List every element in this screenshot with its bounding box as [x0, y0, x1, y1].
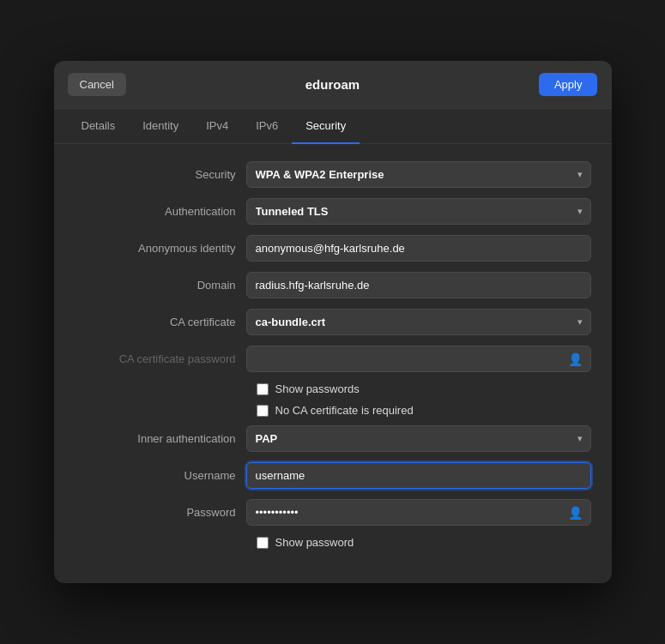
tab-ipv6[interactable]: IPv6: [242, 109, 292, 144]
inner-auth-select-wrapper: PAP ▾: [246, 425, 591, 452]
inner-auth-row: Inner authentication PAP ▾: [75, 425, 591, 452]
password-control: 👤: [246, 499, 591, 526]
show-passwords-label[interactable]: Show passwords: [275, 382, 360, 395]
password-person-icon: 👤: [568, 506, 583, 520]
no-ca-cert-label[interactable]: No CA certificate is required: [275, 404, 414, 417]
ca-cert-password-label: CA certificate password: [75, 352, 246, 365]
show-password-row: Show password: [257, 536, 591, 549]
username-label: Username: [75, 469, 246, 482]
security-select[interactable]: WPA & WPA2 Enterprise: [246, 161, 591, 188]
domain-label: Domain: [75, 279, 246, 292]
security-control: WPA & WPA2 Enterprise ▾: [246, 161, 591, 188]
security-select-wrapper: WPA & WPA2 Enterprise ▾: [246, 161, 591, 188]
tab-ipv4[interactable]: IPv4: [192, 109, 242, 144]
authentication-row: Authentication Tunneled TLS ▾: [75, 198, 591, 225]
password-row: Password 👤: [75, 499, 591, 526]
tab-bar: Details Identity IPv4 IPv6 Security: [54, 109, 612, 144]
anonymous-identity-control: [246, 235, 591, 262]
inner-auth-control: PAP ▾: [246, 425, 591, 452]
apply-button[interactable]: Apply: [539, 73, 598, 96]
authentication-select-wrapper: Tunneled TLS ▾: [246, 198, 591, 225]
tab-security[interactable]: Security: [292, 109, 360, 144]
ca-cert-password-wrapper: 👤: [246, 346, 591, 372]
dialog-title: eduroam: [305, 77, 360, 92]
ca-cert-password-input[interactable]: [246, 346, 591, 372]
ca-certificate-select-wrapper: ca-bundle.crt ▾: [246, 309, 591, 335]
security-row: Security WPA & WPA2 Enterprise ▾: [75, 161, 591, 188]
no-ca-cert-row: No CA certificate is required: [257, 404, 591, 417]
authentication-select[interactable]: Tunneled TLS: [246, 198, 591, 225]
dialog-header: Cancel eduroam Apply: [54, 61, 612, 109]
domain-row: Domain: [75, 272, 591, 298]
username-row: Username: [75, 462, 591, 489]
show-password-checkbox[interactable]: [257, 537, 269, 549]
show-passwords-checkbox[interactable]: [257, 383, 269, 395]
cancel-button[interactable]: Cancel: [68, 73, 126, 96]
inner-auth-label: Inner authentication: [75, 432, 246, 445]
ca-certificate-select[interactable]: ca-bundle.crt: [246, 309, 591, 335]
security-label: Security: [75, 168, 246, 181]
dialog-content: Security WPA & WPA2 Enterprise ▾ Authent…: [54, 144, 612, 583]
inner-auth-select[interactable]: PAP: [246, 425, 591, 452]
tab-details[interactable]: Details: [68, 109, 130, 144]
ca-certificate-control: ca-bundle.crt ▾: [246, 309, 591, 335]
authentication-control: Tunneled TLS ▾: [246, 198, 591, 225]
ca-cert-password-row: CA certificate password 👤: [75, 346, 591, 372]
ca-certificate-row: CA certificate ca-bundle.crt ▾: [75, 309, 591, 335]
domain-input[interactable]: [246, 272, 591, 298]
show-passwords-row: Show passwords: [257, 382, 591, 395]
password-input[interactable]: [246, 499, 591, 526]
domain-control: [246, 272, 591, 298]
anonymous-identity-label: Anonymous identity: [75, 242, 246, 255]
authentication-label: Authentication: [75, 205, 246, 218]
tab-identity[interactable]: Identity: [129, 109, 192, 144]
username-input[interactable]: [246, 462, 591, 489]
anonymous-identity-row: Anonymous identity: [75, 235, 591, 262]
show-password-label[interactable]: Show password: [275, 536, 354, 549]
username-control: [246, 462, 591, 489]
ca-certificate-label: CA certificate: [75, 316, 246, 328]
network-dialog: Cancel eduroam Apply Details Identity IP…: [54, 61, 612, 583]
anonymous-identity-input[interactable]: [246, 235, 591, 262]
ca-cert-person-icon: 👤: [568, 352, 583, 366]
password-label: Password: [75, 506, 246, 519]
password-wrapper: 👤: [246, 499, 591, 526]
no-ca-cert-checkbox[interactable]: [257, 405, 269, 417]
